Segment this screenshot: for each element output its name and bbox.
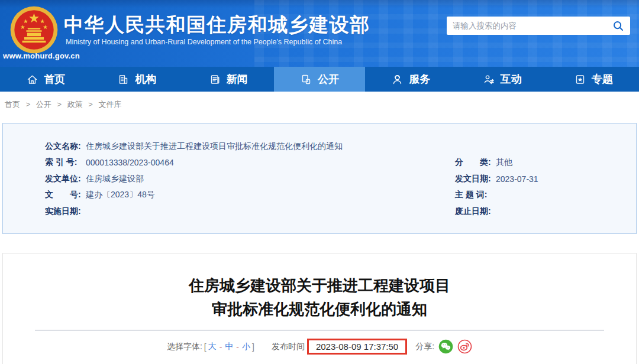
site-title-en: Ministry of Housing and Urban-Rural Deve… <box>66 38 342 46</box>
font-size-medium-button[interactable]: 中 <box>225 342 233 352</box>
nav-item-topics[interactable]: 专题 <box>548 67 639 92</box>
article-title: 住房城乡建设部关于推进工程建设项目 审批标准化规范化便利化的通知 <box>3 274 636 321</box>
bracket-open: [ <box>204 342 206 352</box>
breadcrumb-home[interactable]: 首页 <box>5 100 20 109</box>
nav-item-service[interactable]: 服务 <box>365 67 456 92</box>
nav-item-label: 服务 <box>409 72 430 86</box>
nav-item-organization[interactable]: 机构 <box>91 67 182 92</box>
search-input[interactable] <box>453 21 612 30</box>
header-shade <box>0 0 639 8</box>
nav-item-label: 互动 <box>501 72 522 86</box>
meta-row-doc-name: 公文名称: 住房城乡建设部关于推进工程建设项目审批标准化规范化便利化的通知 <box>45 138 636 155</box>
article-panel: 住房城乡建设部关于推进工程建设项目 审批标准化规范化便利化的通知 选择字体: [… <box>2 253 637 364</box>
interaction-icon <box>483 73 495 86</box>
nav-item-label: 新闻 <box>227 72 248 86</box>
site-url: www.mohurd.gov.cn <box>1 51 82 60</box>
issue-date-label: 发文日期: <box>455 174 493 184</box>
bracket-close: ] <box>252 342 254 352</box>
national-emblem-icon <box>9 5 59 54</box>
breadcrumb-separator: > <box>26 100 31 109</box>
doc-name-label: 公文名称: <box>45 141 83 152</box>
title-divider <box>35 330 604 331</box>
organization-icon <box>117 73 130 86</box>
issuing-unit-label: 发文单位: <box>45 174 83 184</box>
font-size-separator: - <box>220 342 222 352</box>
breadcrumb-policy[interactable]: 政策 <box>67 100 83 109</box>
repeal-date-label: 废止日期: <box>455 206 493 217</box>
index-no-label: 索 引 号: <box>45 157 83 168</box>
font-select-label: 选择字体: <box>167 342 202 352</box>
nav-item-disclosure[interactable]: 公开 <box>274 67 365 92</box>
font-size-large-button[interactable]: 大 <box>208 342 217 352</box>
meta-row: 文 号: 建办〔2023〕48号 主 题 词: <box>45 187 636 204</box>
doc-no-label: 文 号: <box>45 190 83 200</box>
nav-item-label: 专题 <box>592 72 613 86</box>
nav-item-label: 公开 <box>318 72 339 86</box>
impl-date-label: 实施日期: <box>45 206 83 217</box>
publish-time-label: 发布时间 <box>272 342 305 352</box>
main-nav: 首页 机构 新闻 公开 服务 <box>0 67 639 92</box>
share-wechat-icon[interactable] <box>438 339 453 354</box>
breadcrumb-separator: > <box>88 100 93 109</box>
category-value: 其他 <box>493 157 512 168</box>
publish-time-value: 2023-08-09 17:37:50 <box>307 339 407 355</box>
nav-item-label: 机构 <box>135 72 156 86</box>
site-header: www.mohurd.gov.cn 中华人民共和国住房和城乡建设部 Minist… <box>0 0 639 67</box>
home-icon <box>26 73 38 86</box>
breadcrumb: 首页 > 公开 > 政策 > 文件库 <box>5 99 122 110</box>
subject-words-label: 主 题 词: <box>455 190 493 200</box>
nav-item-news[interactable]: 新闻 <box>183 67 274 92</box>
category-label: 分 类: <box>455 157 493 168</box>
site-title-cn: 中华人民共和国住房和城乡建设部 <box>64 12 370 38</box>
nav-item-interaction[interactable]: 互动 <box>456 67 547 92</box>
meta-row: 索 引 号: 000013338/2023-00464 分 类: 其他 <box>45 155 636 171</box>
disclosure-icon <box>300 73 312 86</box>
topics-icon <box>574 73 586 86</box>
breadcrumb-file-library[interactable]: 文件库 <box>99 100 122 109</box>
doc-meta-panel: 公文名称: 住房城乡建设部关于推进工程建设项目审批标准化规范化便利化的通知 索 … <box>2 123 637 234</box>
index-no-value: 000013338/2023-00464 <box>83 158 174 167</box>
news-icon <box>209 73 221 86</box>
article-title-line1: 住房城乡建设部关于推进工程建设项目 <box>189 277 450 294</box>
doc-no-value: 建办〔2023〕48号 <box>83 190 155 200</box>
meta-row: 实施日期: 废止日期: <box>45 203 636 220</box>
font-size-small-button[interactable]: 小 <box>242 342 250 352</box>
nav-item-label: 首页 <box>44 72 65 86</box>
breadcrumb-separator: > <box>57 100 62 109</box>
font-size-selector: 选择字体: [ 大 - 中 - 小 ] <box>167 342 256 352</box>
service-icon <box>391 73 404 86</box>
doc-name-value: 住房城乡建设部关于推进工程建设项目审批标准化规范化便利化的通知 <box>83 141 343 152</box>
nav-item-home[interactable]: 首页 <box>0 67 91 92</box>
article-meta-row: 选择字体: [ 大 - 中 - 小 ] 发布时间 2023-08-09 17:3… <box>3 339 636 355</box>
search-icon[interactable] <box>612 20 624 32</box>
article-title-line2: 审批标准化规范化便利化的通知 <box>212 300 427 318</box>
breadcrumb-disclosure[interactable]: 公开 <box>36 100 51 109</box>
issue-date-value: 2023-07-31 <box>493 174 538 184</box>
font-size-separator: - <box>236 342 239 352</box>
share-label: 分享: <box>415 342 434 352</box>
meta-row: 发文单位: 住房城乡建设部 发文日期: 2023-07-31 <box>45 171 636 187</box>
share-weibo-icon[interactable] <box>457 339 472 354</box>
search-box <box>447 17 630 35</box>
issuing-unit-value: 住房城乡建设部 <box>83 174 144 184</box>
mohurd-page: www.mohurd.gov.cn 中华人民共和国住房和城乡建设部 Minist… <box>0 0 639 364</box>
